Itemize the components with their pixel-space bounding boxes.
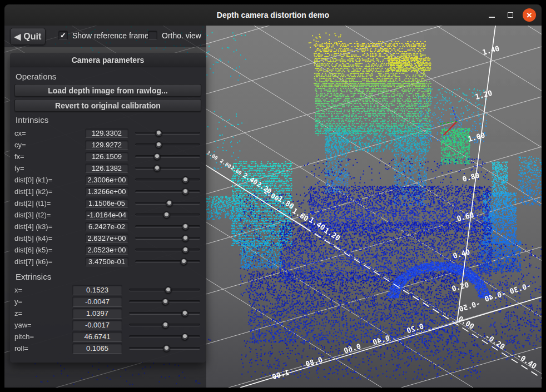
param-value-field[interactable]: 0.1065 <box>72 343 122 354</box>
param-value-field[interactable]: -1.0164e-04 <box>85 210 128 220</box>
param-row-roll: roll= 0.1065 <box>14 343 201 354</box>
param-slider[interactable] <box>129 309 200 317</box>
panel-title: Camera parameters <box>72 56 145 64</box>
slider-thumb[interactable] <box>181 310 188 317</box>
slider-thumb[interactable] <box>155 130 162 137</box>
param-value-field[interactable]: 2.3006e+00 <box>85 175 128 185</box>
slider-track[interactable] <box>135 155 200 158</box>
left-arrow-icon: ◀ <box>14 32 21 41</box>
param-value-field[interactable]: 46.6741 <box>72 331 122 342</box>
param-value-field[interactable]: 126.1509 <box>85 152 128 161</box>
slider-thumb[interactable] <box>162 321 169 329</box>
param-slider[interactable] <box>129 321 200 329</box>
param-value-field[interactable]: 3.4750e-01 <box>85 257 128 266</box>
slider-thumb[interactable] <box>155 141 162 148</box>
param-value-field[interactable]: 6.2427e-02 <box>85 222 128 231</box>
slider-thumb[interactable] <box>153 165 161 172</box>
slider-track[interactable] <box>135 178 200 181</box>
slider-thumb[interactable] <box>163 211 170 219</box>
section-intrinsics: Intrinsics <box>16 115 201 125</box>
load-depth-image-button[interactable]: Load depth image from rawlog... <box>14 84 201 97</box>
param-value-field[interactable]: 1.0397 <box>72 308 122 319</box>
title-bar[interactable]: Depth camera distortion demo ✕ <box>4 4 542 26</box>
param-row-fy: fy= 126.1382 <box>14 162 201 174</box>
maximize-icon <box>508 12 513 18</box>
param-slider[interactable] <box>129 344 200 353</box>
slider-track[interactable] <box>129 312 200 315</box>
slider-thumb[interactable] <box>182 188 189 195</box>
param-value-field[interactable]: 2.6327e+00 <box>85 234 128 243</box>
param-slider[interactable] <box>135 234 200 242</box>
slider-thumb[interactable] <box>182 246 189 254</box>
param-value-field[interactable]: 0.1523 <box>72 285 122 295</box>
svg-text:0.20: 0.20 <box>451 280 470 293</box>
slider-thumb[interactable] <box>182 176 189 183</box>
param-row-pitch: pitch= 46.6741 <box>14 331 201 343</box>
param-row-dist-6-k5: dist[6] (k5)= 2.0523e+00 <box>14 244 201 256</box>
slider-thumb[interactable] <box>163 345 170 352</box>
param-slider[interactable] <box>135 164 200 172</box>
slider-thumb[interactable] <box>153 153 161 160</box>
param-slider[interactable] <box>135 141 200 149</box>
param-value-field[interactable]: 1.3266e+00 <box>85 187 128 196</box>
param-value-field[interactable]: 1.1506e-05 <box>85 199 128 208</box>
slider-thumb[interactable] <box>180 258 187 265</box>
svg-text:-0.40: -0.40 <box>515 351 538 370</box>
param-value-field[interactable]: 2.0523e+00 <box>85 245 128 255</box>
minimize-button[interactable] <box>485 8 498 22</box>
svg-text:0.80: 0.80 <box>461 171 480 183</box>
close-button[interactable]: ✕ <box>523 8 536 22</box>
svg-text:0.80: 0.80 <box>304 355 323 369</box>
param-slider[interactable] <box>135 246 200 254</box>
svg-text:2.60: 2.60 <box>230 165 243 176</box>
show-reference-frame-checkbox[interactable]: ✓ <box>58 31 68 40</box>
param-slider[interactable] <box>135 199 200 207</box>
svg-text:1.00: 1.00 <box>271 368 290 381</box>
param-slider[interactable] <box>135 211 200 219</box>
slider-thumb[interactable] <box>162 298 169 305</box>
param-value-field[interactable]: 126.1382 <box>85 163 128 173</box>
panel-header[interactable]: Camera parameters <box>10 53 206 67</box>
param-value-field[interactable]: 129.3302 <box>85 128 128 138</box>
slider-track[interactable] <box>129 335 200 338</box>
param-row-dist-2-t1: dist[2] (t1)= 1.1506e-05 <box>14 197 201 209</box>
svg-text:-0.40: -0.40 <box>484 289 507 304</box>
param-value-field[interactable]: -0.0047 <box>72 296 122 307</box>
maximize-button[interactable] <box>504 8 517 22</box>
slider-thumb[interactable] <box>166 200 173 207</box>
3d-viewport: 1.401.201.000.800.600.400.203.002.802.60… <box>4 26 542 388</box>
slider-thumb[interactable] <box>182 235 189 242</box>
param-slider[interactable] <box>135 129 200 137</box>
param-label: dist[7] (k6)= <box>14 257 85 266</box>
svg-text:1.00: 1.00 <box>467 131 486 143</box>
param-slider[interactable] <box>129 286 200 294</box>
slider-track[interactable] <box>135 143 200 146</box>
param-slider[interactable] <box>135 176 200 184</box>
slider-thumb[interactable] <box>182 223 189 230</box>
param-slider[interactable] <box>129 297 200 306</box>
param-row-dist-1-k2: dist[1] (k2)= 1.3266e+00 <box>14 186 201 197</box>
param-slider[interactable] <box>135 152 200 161</box>
slider-thumb[interactable] <box>165 286 172 294</box>
slider-track[interactable] <box>135 249 200 251</box>
param-value-field[interactable]: -0.0017 <box>72 320 122 330</box>
slider-track[interactable] <box>135 132 200 135</box>
window-title: Depth camera distortion demo <box>217 11 329 19</box>
panel-body: Operations Load depth image from rawlog.… <box>10 67 206 354</box>
param-slider[interactable] <box>135 222 200 231</box>
param-slider[interactable] <box>135 257 200 266</box>
quit-button[interactable]: ◀ Quit <box>10 28 46 45</box>
param-slider[interactable] <box>135 187 200 196</box>
slider-thumb[interactable] <box>181 333 188 340</box>
ortho-view-checkbox[interactable] <box>148 31 157 40</box>
slider-track[interactable] <box>135 260 200 263</box>
show-reference-frame-control: ✓ Show reference frame <box>58 31 149 40</box>
slider-track[interactable] <box>135 167 200 170</box>
param-label: dist[3] (t2)= <box>14 211 85 219</box>
slider-track[interactable] <box>135 225 200 228</box>
revert-calibration-button[interactable]: Revert to original calibration <box>14 99 201 112</box>
slider-track[interactable] <box>135 237 200 240</box>
slider-track[interactable] <box>135 190 200 193</box>
param-slider[interactable] <box>129 333 200 341</box>
param-value-field[interactable]: 129.9272 <box>85 140 128 150</box>
